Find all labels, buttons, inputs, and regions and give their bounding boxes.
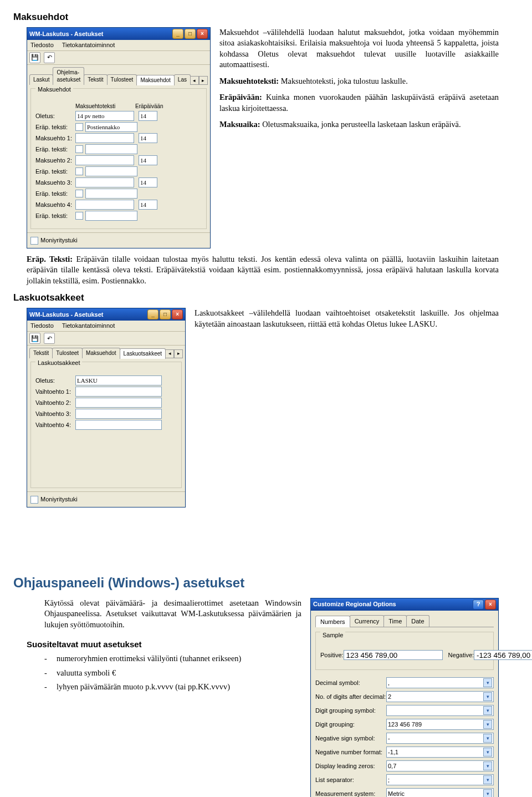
heading-laskuotsakkeet: Laskuotsakkeet <box>13 292 499 304</box>
lbl-erap-0: Eräp. teksti: <box>35 123 75 131</box>
tab-scroll-left[interactable]: ◂ <box>190 76 199 85</box>
save-icon-2[interactable]: 💾 <box>29 333 40 344</box>
cb-moniyritys-2[interactable] <box>30 496 38 504</box>
tab-laskuotsakkeet[interactable]: Laskuotsakkeet <box>120 348 166 359</box>
sel-decimal-symbol[interactable]: ,▾ <box>386 677 494 688</box>
inp2-v3[interactable] <box>75 409 162 419</box>
menu-tiedosto[interactable]: Tiedosto <box>30 42 54 48</box>
inp-m4-teksti[interactable] <box>75 200 134 210</box>
inp-erap-2[interactable] <box>85 166 137 176</box>
cb-erap-4[interactable] <box>75 212 83 220</box>
tab-numbers[interactable]: Numbers <box>315 616 350 628</box>
lbl2-oletus: Oletus: <box>35 377 75 385</box>
inp-oletus-era[interactable] <box>139 111 157 121</box>
lbl-grouping-symbol: Digit grouping symbol: <box>315 707 386 715</box>
lbl-list-sep: List separator: <box>315 776 386 784</box>
inp2-v4[interactable] <box>75 420 162 430</box>
lbl2-v3: Vaihtoehto 3: <box>35 410 75 418</box>
lbl-positive: Positive: <box>320 651 344 659</box>
tab-scroll-left-2[interactable]: ◂ <box>165 349 174 358</box>
inp2-v1[interactable] <box>75 387 162 397</box>
tab-tulosteet-2[interactable]: Tulosteet <box>52 348 83 358</box>
lbl-moniyritys-1: Moniyritystuki <box>40 236 78 245</box>
tab-ohjelma[interactable]: Ohjelma-asetukset <box>53 67 84 85</box>
lbl-erap-1: Eräp. teksti: <box>35 145 75 154</box>
sel-digit-grouping[interactable]: 123 456 789▾ <box>386 719 494 730</box>
tab-las[interactable]: Las <box>174 74 191 85</box>
inp-m1-era[interactable] <box>139 133 157 143</box>
save-icon[interactable]: 💾 <box>29 52 40 63</box>
tab-maksuehdot-2[interactable]: Maksuehdot <box>82 348 120 358</box>
maximize-button-2[interactable]: □ <box>160 309 171 319</box>
heading-maksuehdot: Maksuehdot <box>13 11 499 24</box>
tab-tulosteet[interactable]: Tulosteet <box>107 74 137 85</box>
menu-tietokanta[interactable]: Tietokantatoiminnot <box>62 42 115 48</box>
cb-erap-1[interactable] <box>75 145 83 153</box>
minimize-button-2[interactable]: _ <box>147 309 158 319</box>
menu-tiedosto-2[interactable]: Tiedosto <box>30 322 54 329</box>
fieldset-legend-2: Laskuotsakkeet <box>35 359 82 367</box>
tab-laskut[interactable]: Laskut <box>29 74 53 85</box>
help-button[interactable]: ? <box>473 600 484 610</box>
undo-icon-2[interactable]: ↶ <box>44 333 55 344</box>
lbl-m2: Maksuehto 2: <box>35 156 75 165</box>
sample-legend: Sample <box>320 631 345 639</box>
tab-scroll-right-2[interactable]: ▸ <box>174 349 183 358</box>
inp-erap-1[interactable] <box>85 144 137 154</box>
tab-tekstit[interactable]: Tekstit <box>84 74 107 85</box>
undo-icon[interactable]: ↶ <box>44 52 55 63</box>
inp2-oletus[interactable] <box>75 375 162 385</box>
sel-measurement[interactable]: Metric▾ <box>386 788 494 797</box>
inp-erap-0[interactable] <box>85 122 137 132</box>
lbl-decimal-symbol: Decimal symbol: <box>315 679 386 687</box>
sel-neg-format[interactable]: -1,1▾ <box>386 747 494 758</box>
inp-erap-3[interactable] <box>85 189 137 199</box>
fieldset-legend: Maksuehdot <box>35 85 73 94</box>
close-button-3[interactable]: × <box>485 600 496 610</box>
inp-erap-4[interactable] <box>85 211 137 221</box>
inp2-v2[interactable] <box>75 398 162 408</box>
cb-erap-3[interactable] <box>75 190 83 197</box>
sel-neg-sign[interactable]: -▾ <box>386 733 494 744</box>
maximize-button[interactable]: □ <box>185 29 196 39</box>
sel-digits-after[interactable]: 2▾ <box>386 691 494 702</box>
close-button-2[interactable]: × <box>172 309 183 319</box>
chevron-down-icon: ▾ <box>483 720 492 729</box>
tab-currency[interactable]: Currency <box>350 615 385 627</box>
chevron-down-icon: ▾ <box>483 762 492 770</box>
tab-date[interactable]: Date <box>406 615 429 627</box>
chevron-down-icon: ▾ <box>483 692 492 701</box>
tab-tekstit-2[interactable]: Tekstit <box>29 348 53 358</box>
lbl-m1: Maksuehto 1: <box>35 134 75 143</box>
cb-erap-2[interactable] <box>75 167 83 175</box>
close-button[interactable]: × <box>197 29 208 39</box>
inp-m2-era[interactable] <box>139 155 157 165</box>
minimize-button[interactable]: _ <box>172 29 183 39</box>
cb-erap-0[interactable] <box>75 123 83 131</box>
tab-scroll-right[interactable]: ▸ <box>199 76 208 85</box>
tab-time[interactable]: Time <box>383 615 407 627</box>
sel-leading-zeros[interactable]: 0,7▾ <box>386 760 494 771</box>
menu-tietokanta-2[interactable]: Tietokantatoiminnot <box>62 322 115 329</box>
inp-m1-teksti[interactable] <box>75 133 134 143</box>
inp-m3-era[interactable] <box>139 177 157 187</box>
inp-m3-teksti[interactable] <box>75 177 134 187</box>
para-5: Eräp. Teksti: Eräpäivän tilalle voidaan … <box>27 254 499 286</box>
sel-list-sep[interactable]: ;▾ <box>386 774 494 785</box>
para-2: Maksuehtoteksti: Maksuehtoteksti, joka t… <box>219 76 499 87</box>
lbl2-v1: Vaihtoehto 1: <box>35 388 75 396</box>
lbl-neg-format: Negative number format: <box>315 748 386 757</box>
window-maksuehdot: WM-Laskutus - Asetukset _ □ × Tiedosto T… <box>27 27 211 248</box>
lbl-erap-4: Eräp. teksti: <box>35 212 75 220</box>
para-4: Maksuaika: Oletusmaksuaika, jonka perust… <box>219 119 499 130</box>
para-1: Maksuehdot –välilehdellä luodaan halutut… <box>219 27 499 70</box>
sel-grouping-symbol[interactable]: ▾ <box>386 705 494 716</box>
heading-suositeltavat: Suositeltavat muut asetukset <box>27 639 301 650</box>
lbl-digit-grouping: Digit grouping: <box>315 720 386 729</box>
inp-m2-teksti[interactable] <box>75 155 134 165</box>
inp-oletus-teksti[interactable] <box>75 111 134 121</box>
inp-m4-era[interactable] <box>139 200 157 210</box>
cb-moniyritys-1[interactable] <box>30 237 38 245</box>
para-3: Eräpäivään: Kuinka monen vuorokauden pää… <box>219 92 499 114</box>
tab-maksuehdot[interactable]: Maksuehdot <box>136 75 174 85</box>
